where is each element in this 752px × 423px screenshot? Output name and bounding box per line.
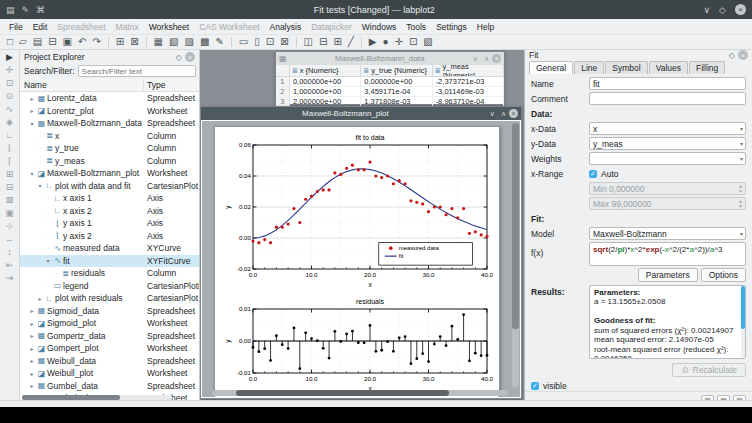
- keep-above-icon[interactable]: ⌘: [36, 5, 45, 15]
- toolbar-icon-14[interactable]: ▩: [197, 37, 212, 47]
- toolbar-icon-11[interactable]: ▦: [151, 37, 166, 47]
- tab-general[interactable]: General: [529, 61, 573, 74]
- toolbar-icon-3[interactable]: ⊟: [45, 37, 59, 47]
- dock-footer-icon-2[interactable]: ▧: [733, 395, 746, 400]
- minimize-button[interactable]: ∨: [703, 5, 710, 15]
- worksheet-horizontal-scrollbar[interactable]: [212, 390, 508, 396]
- tree-item-plot-with-data-and-fit[interactable]: ▾∟plot with data and fitCartesianPlot: [20, 180, 199, 193]
- toolbar-icon-20[interactable]: ⊠: [277, 37, 291, 47]
- expander-icon[interactable]: ▸: [28, 345, 36, 352]
- tree-item-gompert_plot[interactable]: ▸◪Gompert_plotWorksheet: [20, 342, 199, 355]
- close-window-icon[interactable]: ×: [509, 109, 518, 118]
- worksheet-tool-icon-11[interactable]: ⊠: [6, 195, 14, 205]
- tab-values[interactable]: Values: [649, 61, 688, 74]
- tree-item-gumbel_data[interactable]: ▸▦Gumbel_dataSpreadsheet: [20, 380, 199, 393]
- menu-item-settings[interactable]: Settings: [431, 21, 472, 33]
- recalculate-button[interactable]: ⊙ Recalculate: [672, 363, 746, 377]
- visible-checkbox[interactable]: ✓: [531, 382, 539, 390]
- spreadsheet-row[interactable]: 10,000000e+000,000000e+00-2,373721e-03: [276, 77, 504, 87]
- column-header-y_true[interactable]: ≣y_true {Numeric}: [361, 65, 432, 76]
- tree-item-lorentz_data[interactable]: ▸▦Lorentz_dataSpreadsheet: [20, 92, 199, 105]
- shade-window-icon[interactable]: ∨: [470, 55, 481, 63]
- tree-item-y_true[interactable]: ·≣y_trueColumn: [20, 142, 199, 155]
- worksheet-tool-icon-5[interactable]: ◈: [6, 117, 13, 127]
- tab-symbol[interactable]: Symbol: [605, 61, 647, 74]
- tree-item-y_meas[interactable]: ·≣y_measColumn: [20, 155, 199, 168]
- toolbar-icon-4[interactable]: ▣: [60, 37, 75, 47]
- worksheet-view[interactable]: fit to data0.010.020.030.040.0-0.020.000…: [202, 121, 520, 397]
- spreadsheet-cell[interactable]: 0,000000e+00: [361, 77, 432, 86]
- close-window-icon[interactable]: ×: [492, 54, 501, 63]
- toolbar-icon-23[interactable]: ⊟: [316, 37, 330, 47]
- spreadsheet-cell[interactable]: 1,000000e+00: [290, 87, 361, 96]
- name-field[interactable]: [589, 77, 746, 90]
- xdata-combobox[interactable]: x▾: [589, 122, 746, 135]
- expander-icon[interactable]: ▸: [28, 107, 36, 114]
- spreadsheet-row[interactable]: 21,000000e+003,459171e-04-3,011469e-03: [276, 87, 504, 97]
- tree-item-plot-with-residuals[interactable]: ▸∟plot with residualsCartesianPlot: [20, 292, 199, 305]
- spreadsheet-cell[interactable]: 2,000000e+00: [290, 97, 361, 106]
- worksheet-tool-icon-15[interactable]: ↕: [7, 247, 12, 257]
- worksheet-tool-icon-6[interactable]: ∟: [5, 130, 14, 140]
- close-panel-icon[interactable]: ×: [185, 52, 195, 62]
- expander-icon[interactable]: ▸: [28, 95, 36, 102]
- menu-item-windows[interactable]: Windows: [357, 21, 401, 33]
- menu-item-file[interactable]: File: [4, 21, 28, 33]
- spreadsheet-window-titlebar[interactable]: ▦ Maxwell-Boltzmann_data ∨ ∧ ×: [276, 52, 504, 65]
- toolbar-icon-5[interactable]: ↶: [75, 37, 89, 47]
- worksheet-tool-icon-3[interactable]: ⊙: [6, 91, 14, 101]
- toolbar-icon-12[interactable]: ▧: [166, 37, 181, 47]
- spreadsheet-cell[interactable]: -8,963710e-04: [433, 97, 504, 106]
- expander-icon[interactable]: ▸: [28, 307, 36, 314]
- worksheet-tool-icon-14[interactable]: ↔: [5, 234, 14, 244]
- toolbar-icon-18[interactable]: ▯: [251, 37, 263, 47]
- close-button[interactable]: ×: [735, 4, 746, 15]
- toolbar-icon-27[interactable]: ▶: [366, 37, 380, 47]
- tree-item-x-axis-1[interactable]: ·∟x axis 1Axis: [20, 192, 199, 205]
- column-header-x[interactable]: ≣x {Numeric}: [290, 65, 361, 76]
- results-scrollbar[interactable]: [741, 286, 745, 358]
- column-header-y_meas[interactable]: ≣y_meas {Numeric}: [433, 65, 504, 76]
- parameters-button[interactable]: Parameters: [638, 268, 698, 282]
- weights-combobox[interactable]: ▾: [589, 152, 746, 165]
- tree-item-residuals[interactable]: ·≣residualsColumn: [20, 267, 199, 280]
- toolbar-icon-17[interactable]: ▭: [236, 37, 251, 47]
- maximize-button[interactable]: ◇: [719, 5, 726, 15]
- shade-window-icon[interactable]: ∨: [487, 110, 498, 118]
- restore-window-icon[interactable]: ∧: [481, 55, 492, 63]
- toolbar-icon-30[interactable]: ⊡: [406, 37, 420, 47]
- tab-filling[interactable]: Filling: [689, 61, 725, 74]
- worksheet-tool-icon-13[interactable]: ⊹: [6, 221, 14, 231]
- worksheet-tool-icon-9[interactable]: ⊞: [6, 169, 14, 179]
- tree-item-x[interactable]: ·≣xColumn: [20, 130, 199, 143]
- expander-icon[interactable]: ▸: [28, 370, 36, 377]
- tab-line[interactable]: Line: [574, 61, 604, 74]
- toolbar-icon-24[interactable]: ⊞: [330, 37, 344, 47]
- edit-mode-icon[interactable]: ✎: [22, 5, 30, 15]
- spreadsheet-cell[interactable]: 0,000000e+00: [290, 77, 361, 86]
- tree-item-sigmoid_plot[interactable]: ▸◪Sigmoid_plotWorksheet: [20, 317, 199, 330]
- toolbar-icon-31[interactable]: ▧: [420, 37, 435, 47]
- worksheet-tool-icon-16[interactable]: ⇤: [6, 260, 14, 270]
- tree-item-sigmoid_data[interactable]: ▸▦Sigmoid_dataSpreadsheet: [20, 305, 199, 318]
- tree-item-weibull_plot[interactable]: ▸◪Weibull_plotWorksheet: [20, 367, 199, 380]
- tree-item-maxwell-boltzmann_plot[interactable]: ▾◪Maxwell-Boltzmann_plotWorksheet: [20, 167, 199, 180]
- expander-icon[interactable]: ▸: [28, 357, 36, 364]
- worksheet-vertical-scrollbar[interactable]: [512, 123, 519, 387]
- dock-footer-icon-1[interactable]: ▤: [717, 395, 730, 400]
- comment-field[interactable]: [589, 92, 746, 105]
- model-combobox[interactable]: Maxwell-Boltzmann▾: [589, 227, 746, 240]
- menu-item-help[interactable]: Help: [472, 21, 499, 33]
- toolbar-icon-15[interactable]: ✎: [212, 37, 226, 47]
- tree-item-lorentz_plot[interactable]: ▸◪Lorentz_plotWorksheet: [20, 105, 199, 118]
- expander-icon[interactable]: ▾: [36, 182, 44, 189]
- expander-icon[interactable]: ▸: [28, 320, 36, 327]
- tree-column-type[interactable]: Type: [144, 80, 199, 90]
- toolbar-icon-8[interactable]: ⊞: [113, 37, 127, 47]
- spreadsheet-cell[interactable]: 3,459171e-04: [361, 87, 432, 96]
- residuals-chart[interactable]: residuals0.010.020.030.040.0-0.010.000.0…: [223, 297, 493, 394]
- toolbar-icon-28[interactable]: ●: [380, 37, 392, 47]
- tree-item-weibull_data[interactable]: ▸▦Weibull_dataSpreadsheet: [20, 355, 199, 368]
- toolbar-icon-6[interactable]: ↷: [89, 37, 103, 47]
- toolbar-icon-19[interactable]: ⊡: [263, 37, 277, 47]
